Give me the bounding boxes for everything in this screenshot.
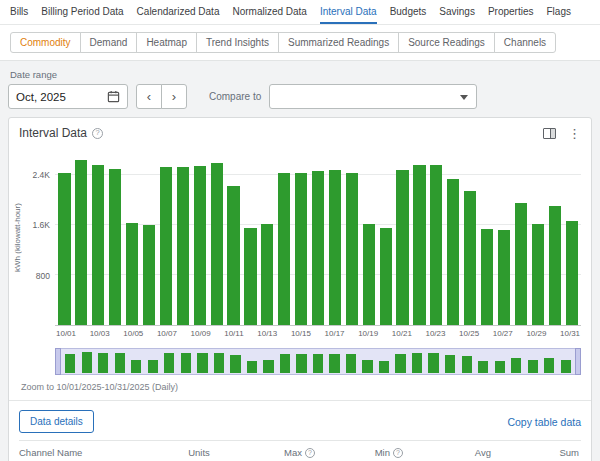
bar-10-03[interactable] bbox=[92, 165, 104, 325]
bar-10-01[interactable] bbox=[58, 173, 70, 326]
x-tick-label: 10/19 bbox=[358, 326, 378, 340]
bar-10-06[interactable] bbox=[143, 225, 155, 325]
tab-savings[interactable]: Savings bbox=[439, 0, 475, 24]
x-tick-label bbox=[311, 326, 325, 340]
navigator-bar-column bbox=[277, 351, 294, 373]
bar-10-18[interactable] bbox=[346, 173, 358, 325]
tab-normalized-data[interactable]: Normalized Data bbox=[232, 0, 306, 24]
tab-billing-period-data[interactable]: Billing Period Data bbox=[41, 0, 123, 24]
y-axis-label: kWh (kilowatt-hour) bbox=[13, 150, 27, 326]
navigator-bar-10-24 bbox=[445, 355, 455, 373]
column-header-label: Avg bbox=[475, 447, 491, 458]
chart-navigator[interactable] bbox=[55, 348, 581, 375]
bar-10-12[interactable] bbox=[244, 228, 256, 326]
column-header-sum: Sum bbox=[493, 447, 581, 458]
bar-column bbox=[462, 150, 479, 325]
x-tick-label bbox=[445, 326, 459, 340]
navigator-bar-column bbox=[491, 351, 508, 373]
bar-10-19[interactable] bbox=[363, 224, 375, 325]
bar-10-24[interactable] bbox=[447, 179, 459, 325]
bar-10-07[interactable] bbox=[160, 167, 172, 325]
compare-to-select[interactable] bbox=[269, 84, 477, 109]
x-tick-label: 10/07 bbox=[157, 326, 177, 340]
bar-10-20[interactable] bbox=[380, 228, 392, 326]
x-tick-label bbox=[244, 326, 258, 340]
navigator-bar-10-27 bbox=[495, 361, 505, 373]
bar-10-29[interactable] bbox=[532, 224, 544, 325]
bar-10-11[interactable] bbox=[227, 186, 239, 325]
bar-10-27[interactable] bbox=[498, 230, 510, 325]
tab-bills[interactable]: Bills bbox=[10, 0, 28, 24]
navigator-bar-column bbox=[409, 351, 426, 373]
navigator-bar-column bbox=[541, 351, 558, 373]
bar-10-17[interactable] bbox=[329, 170, 341, 325]
bar-10-10[interactable] bbox=[211, 163, 223, 325]
bar-column bbox=[242, 150, 259, 325]
date-range-input[interactable]: Oct, 2025 bbox=[8, 84, 128, 109]
bar-10-15[interactable] bbox=[295, 173, 307, 325]
bar-column bbox=[208, 150, 225, 325]
subtab-summarized-readings[interactable]: Summarized Readings bbox=[278, 32, 399, 53]
card-header: Interval Data ? ⋮ bbox=[9, 118, 591, 142]
data-details-button[interactable]: Data details bbox=[19, 410, 94, 433]
navigator-left-handle[interactable] bbox=[55, 348, 61, 375]
subtab-demand[interactable]: Demand bbox=[80, 32, 138, 53]
tab-budgets[interactable]: Budgets bbox=[390, 0, 427, 24]
navigator-bar-10-12 bbox=[247, 361, 257, 373]
readings-table: Channel NameUnitsMax?Min?AvgSum Use : 15… bbox=[19, 440, 581, 461]
navigator-bar-column bbox=[508, 351, 525, 373]
x-tick-label bbox=[211, 326, 225, 340]
navigator-bar-10-26 bbox=[478, 361, 488, 373]
previous-period-button[interactable]: ‹ bbox=[136, 84, 162, 109]
next-period-button[interactable]: › bbox=[161, 84, 187, 109]
bar-10-05[interactable] bbox=[126, 223, 138, 325]
navigator-bar-column bbox=[425, 351, 442, 373]
subtab-trend-insights[interactable]: Trend Insights bbox=[196, 32, 279, 53]
tab-calendarized-data[interactable]: Calendarized Data bbox=[137, 0, 220, 24]
navigator-bar-10-20 bbox=[379, 361, 389, 373]
bar-10-13[interactable] bbox=[261, 224, 273, 325]
subtab-commodity[interactable]: Commodity bbox=[10, 32, 81, 53]
bar-10-28[interactable] bbox=[515, 203, 527, 325]
bar-10-22[interactable] bbox=[413, 165, 425, 325]
tab-interval-data[interactable]: Interval Data bbox=[320, 0, 377, 24]
bar-10-09[interactable] bbox=[194, 166, 206, 325]
tab-flags[interactable]: Flags bbox=[546, 0, 570, 24]
bar-10-30[interactable] bbox=[549, 206, 561, 325]
navigator-bar-10-25 bbox=[462, 356, 472, 373]
navigator-bar-10-18 bbox=[346, 354, 356, 373]
bar-column bbox=[428, 150, 445, 325]
navigator-bar-10-23 bbox=[428, 353, 438, 373]
help-icon[interactable]: ? bbox=[92, 128, 103, 139]
kebab-menu-icon[interactable]: ⋮ bbox=[568, 127, 581, 140]
subtab-heatmap[interactable]: Heatmap bbox=[136, 32, 197, 53]
bar-10-25[interactable] bbox=[464, 191, 476, 325]
bar-10-08[interactable] bbox=[177, 167, 189, 325]
date-range-label: Date range bbox=[10, 69, 592, 80]
bar-10-14[interactable] bbox=[278, 173, 290, 325]
bar-10-21[interactable] bbox=[396, 170, 408, 325]
bar-10-16[interactable] bbox=[312, 171, 324, 325]
bar-10-31[interactable] bbox=[566, 221, 578, 325]
column-header-label: Units bbox=[188, 447, 210, 458]
bar-column bbox=[563, 150, 580, 325]
zoom-note: Zoom to 10/01/2025-10/31/2025 (Daily) bbox=[21, 382, 581, 392]
bar-10-02[interactable] bbox=[75, 160, 87, 325]
bar-10-26[interactable] bbox=[481, 229, 493, 325]
toggle-panel-icon[interactable] bbox=[543, 128, 556, 139]
navigator-bar-column bbox=[260, 351, 277, 373]
subtab-channels[interactable]: Channels bbox=[494, 32, 556, 53]
navigator-right-handle[interactable] bbox=[575, 348, 581, 375]
bar-column bbox=[529, 150, 546, 325]
subtab-source-readings[interactable]: Source Readings bbox=[398, 32, 495, 53]
bar-column bbox=[259, 150, 276, 325]
bar-10-23[interactable] bbox=[430, 165, 442, 325]
help-icon[interactable]: ? bbox=[305, 448, 315, 458]
help-icon[interactable]: ? bbox=[393, 448, 403, 458]
copy-table-data-link[interactable]: Copy table data bbox=[507, 416, 581, 428]
navigator-bar-10-30 bbox=[544, 358, 554, 373]
bar-column bbox=[157, 150, 174, 325]
navigator-bar-column bbox=[95, 351, 112, 373]
tab-properties[interactable]: Properties bbox=[488, 0, 534, 24]
bar-10-04[interactable] bbox=[109, 169, 121, 325]
